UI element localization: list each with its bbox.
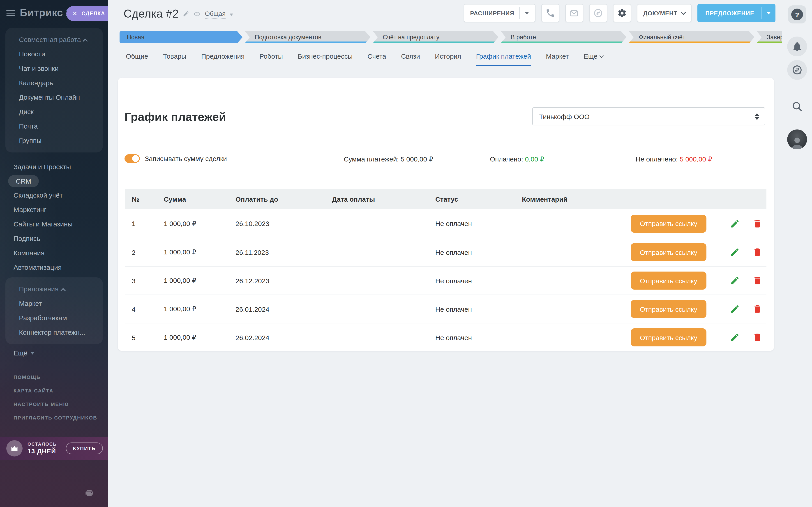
toggle-switch-on[interactable] bbox=[124, 154, 140, 163]
sidebar-link-invite-employees[interactable]: ПРИГЛАСИТЬ СОТРУДНИКОВ bbox=[0, 411, 108, 425]
send-link-button[interactable]: Отправить ссылку bbox=[631, 215, 706, 232]
edit-title-icon[interactable] bbox=[183, 10, 190, 17]
messenger-button[interactable] bbox=[589, 4, 607, 22]
bell-icon bbox=[792, 41, 803, 52]
sidebar: Битрикс 24 ✕ СДЕЛКА Совместная работа Но… bbox=[0, 0, 108, 507]
stage-final-invoice[interactable]: Финальный счёт bbox=[629, 31, 754, 43]
send-link-button[interactable]: Отправить ссылку bbox=[631, 243, 706, 261]
deal-tab-chip[interactable]: ✕ СДЕЛКА bbox=[66, 6, 108, 21]
sidebar-middle-list: Задачи и Проекты CRM Складской учёт Марк… bbox=[0, 160, 108, 275]
email-button[interactable] bbox=[565, 4, 583, 22]
deal-header: Сделка #2 Общая РАСШИРЕНИЯ bbox=[108, 0, 782, 26]
tab-robots[interactable]: Роботы bbox=[259, 52, 283, 66]
menu-hamburger-icon[interactable] bbox=[6, 10, 15, 18]
help-button[interactable]: ? bbox=[788, 5, 806, 23]
tab-products[interactable]: Товары bbox=[163, 52, 186, 66]
sidebar-item-news[interactable]: Новости bbox=[5, 47, 103, 61]
delete-icon[interactable] bbox=[752, 219, 762, 228]
crown-icon bbox=[6, 440, 22, 456]
stage-prepay-invoice[interactable]: Счёт на предоплату bbox=[373, 31, 499, 43]
table-row: 2 1 000,00 ₽ 26.11.2023 Не оплачен Отпра… bbox=[125, 238, 766, 266]
delete-icon[interactable] bbox=[752, 247, 762, 257]
printer-icon[interactable] bbox=[85, 489, 94, 499]
bitrix24-deal-page: Битрикс 24 ✕ СДЕЛКА Совместная работа Но… bbox=[0, 0, 812, 507]
sidebar-item-docs-online[interactable]: Документы Онлайн bbox=[5, 90, 103, 105]
sidebar-link-sitemap[interactable]: КАРТА САЙТА bbox=[0, 384, 108, 397]
payments-table: № Сумма Оплатить до Дата оплаты Статус К… bbox=[125, 189, 766, 351]
search-button[interactable] bbox=[787, 97, 807, 116]
sidebar-item-crm-active[interactable]: CRM bbox=[8, 175, 39, 187]
sidebar-link-configure-menu[interactable]: НАСТРОИТЬ МЕНЮ bbox=[0, 397, 108, 411]
sidebar-group-header-collaboration[interactable]: Совместная работа bbox=[5, 33, 103, 47]
send-link-button[interactable]: Отправить ссылку bbox=[631, 272, 706, 290]
delete-icon[interactable] bbox=[752, 276, 762, 286]
question-icon: ? bbox=[791, 9, 803, 20]
extensions-button[interactable]: РАСШИРЕНИЯ bbox=[464, 4, 535, 22]
edit-icon[interactable] bbox=[730, 304, 740, 314]
stage-in-progress[interactable]: В работе bbox=[501, 31, 626, 43]
toggle-label: Записывать сумму сделки bbox=[145, 155, 227, 162]
header-actions: РАСШИРЕНИЯ ДОКУМЕНТ bbox=[464, 4, 775, 22]
sidebar-item-inventory[interactable]: Складской учёт bbox=[0, 188, 108, 203]
envelope-icon bbox=[570, 8, 579, 18]
sidebar-item-payment-connector[interactable]: Коннектор платежн... bbox=[5, 325, 103, 340]
tab-invoices[interactable]: Счета bbox=[367, 52, 386, 66]
payment-schedule-heading: График платежей bbox=[124, 110, 226, 124]
dropdown-caret-icon[interactable] bbox=[525, 12, 529, 14]
edit-icon[interactable] bbox=[730, 247, 740, 257]
sidebar-item-market[interactable]: Маркет bbox=[5, 296, 103, 311]
table-row: 1 1 000,00 ₽ 26.10.2023 Не оплачен Отпра… bbox=[125, 209, 766, 238]
edit-icon[interactable] bbox=[730, 219, 740, 228]
notifications-button[interactable] bbox=[787, 37, 807, 56]
delete-icon[interactable] bbox=[752, 332, 762, 342]
sidebar-link-help[interactable]: ПОМОЩЬ bbox=[0, 370, 108, 384]
sidebar-item-company[interactable]: Компания bbox=[0, 246, 108, 260]
bank-select[interactable]: Тинькофф ООО bbox=[532, 107, 765, 125]
settings-button[interactable] bbox=[613, 4, 631, 22]
tab-payment-schedule-active[interactable]: График платежей bbox=[476, 52, 531, 66]
summary-row: Записывать сумму сделки Сумма платежей: … bbox=[124, 154, 765, 165]
tab-more[interactable]: Еще bbox=[584, 52, 603, 66]
record-deal-sum-toggle[interactable]: Записывать сумму сделки bbox=[124, 154, 227, 163]
dropdown-caret-icon[interactable] bbox=[762, 12, 775, 14]
buy-button[interactable]: КУПИТЬ bbox=[66, 443, 103, 454]
sidebar-group-collaboration: Совместная работа Новости Чат и звонки К… bbox=[5, 28, 103, 153]
stage-new[interactable]: Новая bbox=[120, 31, 242, 43]
tab-market[interactable]: Маркет bbox=[546, 52, 569, 66]
proposal-button[interactable]: ПРЕДЛОЖЕНИЕ bbox=[697, 4, 775, 22]
funnel-selector[interactable]: Общая bbox=[205, 9, 226, 19]
sidebar-group-header-apps[interactable]: Приложения bbox=[5, 282, 103, 296]
sidebar-item-drive[interactable]: Диск bbox=[5, 105, 103, 119]
user-avatar[interactable] bbox=[787, 129, 807, 149]
send-link-button[interactable]: Отправить ссылку bbox=[631, 328, 706, 346]
sidebar-item-developers[interactable]: Разработчикам bbox=[5, 311, 103, 325]
sidebar-item-automation[interactable]: Автоматизация bbox=[0, 260, 108, 275]
tab-history[interactable]: История bbox=[435, 52, 461, 66]
edit-icon[interactable] bbox=[730, 276, 740, 286]
sidebar-item-tasks[interactable]: Задачи и Проекты bbox=[0, 160, 108, 174]
document-button[interactable]: ДОКУМЕНТ bbox=[637, 4, 692, 22]
sidebar-item-mail[interactable]: Почта bbox=[5, 119, 103, 133]
sidebar-item-groups[interactable]: Группы bbox=[5, 133, 103, 148]
sidebar-more[interactable]: Ещё bbox=[0, 344, 108, 358]
edit-icon[interactable] bbox=[730, 332, 740, 342]
close-icon[interactable]: ✕ bbox=[72, 10, 77, 17]
sidebar-top: Битрикс 24 ✕ СДЕЛКА bbox=[0, 0, 108, 25]
tab-workflows[interactable]: Бизнес-процессы bbox=[298, 52, 353, 66]
stage-docs-preparation[interactable]: Подготовка документов bbox=[245, 31, 370, 43]
tab-relations[interactable]: Связи bbox=[401, 52, 420, 66]
sidebar-item-chat[interactable]: Чат и звонки bbox=[5, 61, 103, 76]
link-icon[interactable] bbox=[194, 10, 201, 17]
sidebar-item-calendar[interactable]: Календарь bbox=[5, 76, 103, 90]
sidebar-item-sign[interactable]: Подпись bbox=[0, 231, 108, 246]
tab-general[interactable]: Общие bbox=[126, 52, 148, 66]
call-button[interactable] bbox=[541, 4, 559, 22]
tab-quotes[interactable]: Предложения bbox=[201, 52, 244, 66]
messenger-rail-button[interactable] bbox=[787, 60, 807, 80]
page-title: Сделка #2 bbox=[124, 7, 179, 20]
delete-icon[interactable] bbox=[752, 304, 762, 314]
sidebar-item-marketing[interactable]: Маркетинг bbox=[0, 203, 108, 217]
right-toolbar: ? bbox=[782, 0, 812, 507]
sidebar-item-sites[interactable]: Сайты и Магазины bbox=[0, 217, 108, 231]
send-link-button[interactable]: Отправить ссылку bbox=[631, 300, 706, 318]
